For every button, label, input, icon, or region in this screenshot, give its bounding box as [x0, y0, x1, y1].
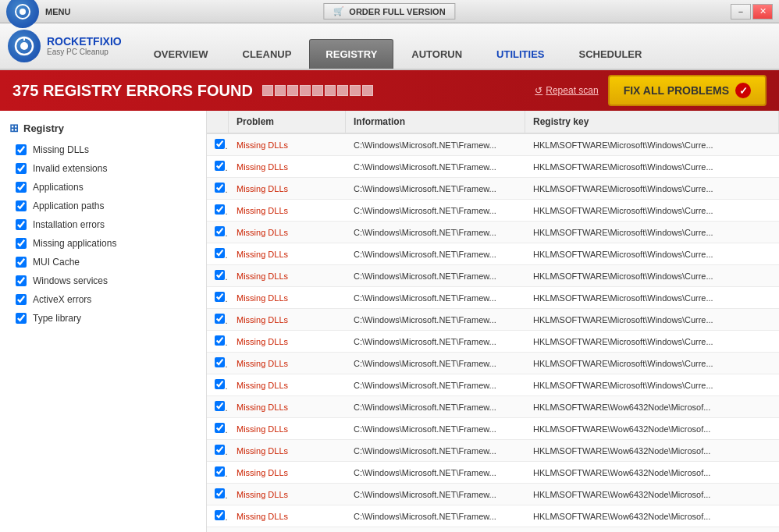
row-check[interactable] [207, 245, 229, 263]
seg-5 [312, 85, 323, 96]
row-check[interactable] [207, 289, 229, 307]
row-regkey: HKLM\SOFTWARE\Wow6432Node\Microsof... [525, 421, 779, 437]
sidebar-item-missing-applications[interactable]: Missing applications [0, 234, 206, 253]
table-row[interactable]: Missing DLLs C:\Windows\Microsoft.NET\Fr… [207, 484, 779, 505]
row-check[interactable] [207, 158, 229, 176]
row-info: C:\Windows\Microsoft.NET\Framew... [346, 509, 525, 524]
sidebar-item-mui-cache[interactable]: MUI Cache [0, 253, 206, 271]
table-body: Missing DLLs C:\Windows\Microsoft.NET\Fr… [207, 134, 779, 532]
cart-icon: 🛒 [333, 6, 344, 16]
close-button[interactable]: ✕ [752, 4, 773, 20]
row-check[interactable] [207, 267, 229, 285]
sidebar-item-activex-errors[interactable]: ActiveX errors [0, 290, 206, 309]
row-info: C:\Windows\Microsoft.NET\Framew... [346, 268, 525, 284]
checkbox-application-paths[interactable] [16, 200, 27, 211]
row-info: C:\Windows\Microsoft.NET\Framew... [346, 225, 525, 240]
error-banner: 375 REGISTRY ERRORS FOUND ↺ Repeat scan … [0, 70, 779, 111]
tab-autorun[interactable]: AUTORUN [395, 39, 478, 69]
brand-name: ROCKETFIXIO [47, 35, 122, 48]
titlebar: MENU 🛒 ORDER FULL VERSION − ✕ [0, 0, 779, 23]
row-regkey: HKLM\SOFTWARE\Microsoft\Windows\Curre... [525, 246, 779, 262]
row-info: C:\Windows\Microsoft.NET\Framew... [346, 181, 525, 197]
tab-cleanup[interactable]: CLEANUP [226, 39, 308, 69]
table-row[interactable]: Missing DLLs C:\Windows\Microsoft.NET\Fr… [207, 200, 779, 222]
table-row[interactable]: Missing DLLs C:\Windows\Microsoft.NET\Fr… [207, 309, 779, 331]
tab-scheduler[interactable]: SCHEDULER [563, 39, 659, 69]
checkbox-installation-errors[interactable] [16, 219, 27, 230]
table-row[interactable]: Missing DLLs C:\Windows\Microsoft.NET\Fr… [207, 287, 779, 309]
sidebar-item-installation-errors[interactable]: Installation errors [0, 215, 206, 234]
row-problem: Missing DLLs [229, 312, 346, 328]
checkbox-missing-dlls[interactable] [16, 144, 27, 155]
table-row[interactable]: Missing DLLs C:\Windows\Microsoft.NET\Fr… [207, 134, 779, 156]
tab-registry[interactable]: REGISTRY [309, 39, 393, 69]
repeat-scan-button[interactable]: ↺ Repeat scan [535, 85, 598, 96]
row-check[interactable] [207, 179, 229, 197]
checkbox-invalid-extensions[interactable] [16, 163, 27, 174]
checkbox-missing-applications[interactable] [16, 238, 27, 249]
checkbox-applications[interactable] [16, 182, 27, 193]
seg-2 [275, 85, 286, 96]
row-check[interactable] [207, 332, 229, 350]
row-check[interactable] [207, 354, 229, 372]
checkbox-windows-services[interactable] [16, 275, 27, 286]
row-check[interactable] [207, 223, 229, 241]
table-row[interactable]: Missing DLLs C:\Windows\Microsoft.NET\Fr… [207, 462, 779, 484]
row-info: C:\Windows\Microsoft.NET\Framew... [346, 246, 525, 262]
row-check[interactable] [207, 463, 229, 481]
row-info: C:\Windows\Microsoft.NET\Framew... [346, 465, 525, 481]
minimize-button[interactable]: − [731, 4, 751, 20]
row-check[interactable] [207, 507, 229, 525]
label-installation-errors: Installation errors [33, 219, 105, 230]
table-row[interactable]: Missing DLLs C:\Windows\Microsoft.NET\Fr… [207, 418, 779, 440]
refresh-icon: ↺ [535, 85, 542, 96]
logo-text: ROCKETFIXIO Easy PC Cleanup [47, 35, 122, 58]
order-button-area: 🛒 ORDER FULL VERSION [323, 3, 455, 20]
row-check[interactable] [207, 136, 229, 154]
row-check[interactable] [207, 310, 229, 328]
table-row[interactable]: Missing DLLs C:\Windows\Microsoft.NET\Fr… [207, 527, 779, 532]
app-logo [6, 0, 39, 28]
tab-utilities[interactable]: UTILITIES [480, 39, 560, 69]
table-row[interactable]: Missing DLLs C:\Windows\Microsoft.NET\Fr… [207, 396, 779, 418]
sidebar-item-type-library[interactable]: Type library [0, 309, 206, 328]
row-check[interactable] [207, 398, 229, 416]
row-info: C:\Windows\Microsoft.NET\Framew... [346, 312, 525, 328]
row-regkey: HKLM\SOFTWARE\Wow6432Node\Microsof... [525, 487, 779, 502]
row-check[interactable] [207, 529, 229, 532]
row-problem: Missing DLLs [229, 246, 346, 262]
table-row[interactable]: Missing DLLs C:\Windows\Microsoft.NET\Fr… [207, 243, 779, 265]
tab-overview[interactable]: OVERVIEW [137, 39, 225, 69]
sidebar-item-invalid-extensions[interactable]: Invalid extensions [0, 159, 206, 178]
table-row[interactable]: Missing DLLs C:\Windows\Microsoft.NET\Fr… [207, 178, 779, 200]
checkbox-activex-errors[interactable] [16, 294, 27, 305]
checkbox-type-library[interactable] [16, 313, 27, 324]
seg-8 [350, 85, 361, 96]
row-check[interactable] [207, 420, 229, 438]
sidebar-item-windows-services[interactable]: Windows services [0, 271, 206, 290]
sidebar-item-applications[interactable]: Applications [0, 178, 206, 197]
checkbox-mui-cache[interactable] [16, 257, 27, 268]
table-row[interactable]: Missing DLLs C:\Windows\Microsoft.NET\Fr… [207, 331, 779, 353]
table-row[interactable]: Missing DLLs C:\Windows\Microsoft.NET\Fr… [207, 353, 779, 374]
table-row[interactable]: Missing DLLs C:\Windows\Microsoft.NET\Fr… [207, 222, 779, 243]
row-regkey: HKLM\SOFTWARE\Wow6432Node\Microsof... [525, 443, 779, 459]
sidebar-item-missing-dlls[interactable]: Missing DLLs [0, 140, 206, 159]
order-full-version-button[interactable]: 🛒 ORDER FULL VERSION [323, 3, 455, 20]
table-row[interactable]: Missing DLLs C:\Windows\Microsoft.NET\Fr… [207, 440, 779, 462]
table-row[interactable]: Missing DLLs C:\Windows\Microsoft.NET\Fr… [207, 265, 779, 287]
row-regkey: HKLM\SOFTWARE\Microsoft\Windows\Curre... [525, 378, 779, 393]
row-problem: Missing DLLs [229, 465, 346, 481]
table-row[interactable]: Missing DLLs C:\Windows\Microsoft.NET\Fr… [207, 156, 779, 178]
row-check[interactable] [207, 376, 229, 394]
checkmark-icon: ✓ [735, 83, 751, 98]
table-row[interactable]: Missing DLLs C:\Windows\Microsoft.NET\Fr… [207, 374, 779, 396]
sidebar-item-application-paths[interactable]: Application paths [0, 197, 206, 215]
row-check[interactable] [207, 201, 229, 219]
row-check[interactable] [207, 485, 229, 503]
fix-all-problems-button[interactable]: FIX ALL PROBLEMS ✓ [608, 75, 767, 106]
col-information: Information [346, 111, 525, 133]
row-check[interactable] [207, 442, 229, 459]
menu-label[interactable]: MENU [45, 7, 70, 16]
table-row[interactable]: Missing DLLs C:\Windows\Microsoft.NET\Fr… [207, 505, 779, 527]
